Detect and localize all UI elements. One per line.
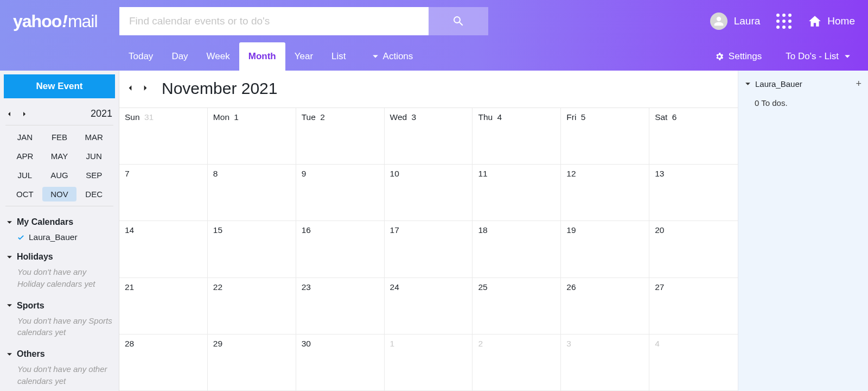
user-chip[interactable]: Laura [710,12,761,30]
home-link[interactable]: Home [808,14,855,28]
add-todo-button[interactable]: + [856,78,861,90]
dow-label: Thu [478,112,495,122]
month-jun[interactable]: JUN [76,149,111,163]
tab-today[interactable]: Today [119,42,162,71]
day-cell[interactable]: 7 [119,165,208,221]
month-mar[interactable]: MAR [76,130,111,144]
day-cell[interactable]: Fri 5 [561,108,649,165]
day-cell[interactable]: 1 [385,335,473,391]
day-cell[interactable]: 19 [561,221,649,278]
day-number: 10 [390,169,399,178]
calendar-prev[interactable] [127,84,133,93]
day-cell[interactable]: 14 [119,221,208,278]
dow-label: Wed [390,112,410,122]
day-cell[interactable]: 3 [561,335,649,391]
calendar-next[interactable] [142,84,149,93]
day-cell[interactable]: 29 [208,335,296,391]
day-number: 1 [234,112,239,122]
chevron-right-icon [142,85,149,91]
month-oct[interactable]: OCT [8,187,42,201]
apps-launcher-icon[interactable] [776,14,792,29]
day-cell[interactable]: 23 [296,278,385,335]
day-cell[interactable]: 25 [473,278,561,335]
tab-month[interactable]: Month [239,42,285,71]
month-apr[interactable]: APR [8,149,42,163]
day-cell[interactable]: 10 [385,165,473,221]
day-cell[interactable]: 13 [649,165,738,221]
day-cell[interactable]: 21 [119,278,208,335]
section-title: Sports [17,301,44,311]
day-cell[interactable]: 4 [649,335,738,391]
day-number: 7 [125,169,130,178]
day-cell[interactable]: 2 [473,335,561,391]
day-cell[interactable]: Sat 6 [649,108,738,165]
month-jul[interactable]: JUL [8,168,42,182]
day-cell[interactable]: 16 [296,221,385,278]
todos-view-select[interactable]: To Do's - List [769,42,855,71]
day-cell[interactable]: 22 [208,278,296,335]
header: yahoo!mail Laura Home Today [0,0,868,71]
section-head-others[interactable]: Others [7,346,112,362]
month-may[interactable]: MAY [42,149,77,163]
mini-cal-year[interactable]: 2021 [91,108,112,119]
person-icon [713,16,724,27]
day-cell[interactable]: 11 [473,165,561,221]
calendar-header: November 2021 [119,71,738,108]
settings-link[interactable]: Settings [707,42,769,71]
day-number: 26 [566,282,576,292]
day-cell[interactable]: 28 [119,335,208,391]
chevron-down-icon [7,254,12,260]
calendar-item-laura-bauer[interactable]: Laura_Bauer [7,230,112,244]
day-cell[interactable]: 12 [561,165,649,221]
month-nov[interactable]: NOV [42,187,77,201]
day-cell[interactable]: 9 [296,165,385,221]
month-sep[interactable]: SEP [76,168,111,182]
day-number: 3 [566,339,571,348]
search-input[interactable] [119,7,429,35]
day-cell[interactable]: 30 [296,335,385,391]
day-cell[interactable]: 17 [385,221,473,278]
todo-count: 0 To dos. [738,93,868,108]
day-cell[interactable]: Mon 1 [208,108,296,165]
month-feb[interactable]: FEB [42,130,77,144]
check-icon [17,234,24,241]
day-cell[interactable]: Sun 31 [119,108,208,165]
actions-menu[interactable]: Actions [363,42,423,71]
mini-cal-next[interactable] [22,109,27,119]
month-aug[interactable]: AUG [42,168,77,182]
logo-brand: yahoo [13,11,61,31]
todos-view-label: To Do's - List [786,51,839,62]
new-event-button[interactable]: New Event [4,74,115,98]
day-number: 27 [655,282,664,292]
chevron-down-icon [844,53,851,60]
section-head-holidays[interactable]: Holidays [7,249,112,265]
tab-list[interactable]: List [322,42,355,71]
day-cell[interactable]: 20 [649,221,738,278]
day-cell[interactable]: 26 [561,278,649,335]
sidebar-left: New Event 2021 JANFEBMARAPRMAYJUNJULAUGS… [0,71,119,391]
yahoo-mail-logo[interactable]: yahoo!mail [13,11,119,31]
day-cell[interactable]: 24 [385,278,473,335]
day-cell[interactable]: 8 [208,165,296,221]
day-cell[interactable]: 18 [473,221,561,278]
month-jan[interactable]: JAN [8,130,42,144]
day-number: 18 [478,225,487,235]
day-cell[interactable]: 15 [208,221,296,278]
tab-week[interactable]: Week [197,42,239,71]
tab-day[interactable]: Day [162,42,197,71]
day-number: 3 [411,112,416,122]
section-head-sports[interactable]: Sports [7,298,112,314]
day-cell[interactable]: Thu 4 [473,108,561,165]
section-head-my-calendars[interactable]: My Calendars [7,214,112,230]
search-button[interactable] [429,7,488,35]
day-cell[interactable]: Wed 3 [385,108,473,165]
section-title: Holidays [17,252,53,262]
day-cell[interactable]: Tue 2 [296,108,385,165]
day-number: 22 [213,282,222,292]
tab-year[interactable]: Year [285,42,322,71]
todo-list-header[interactable]: Laura_Bauer + [738,71,868,93]
mini-cal-prev[interactable] [7,109,12,119]
month-dec[interactable]: DEC [76,187,111,201]
dow-label: Sun [125,112,142,122]
day-cell[interactable]: 27 [649,278,738,335]
